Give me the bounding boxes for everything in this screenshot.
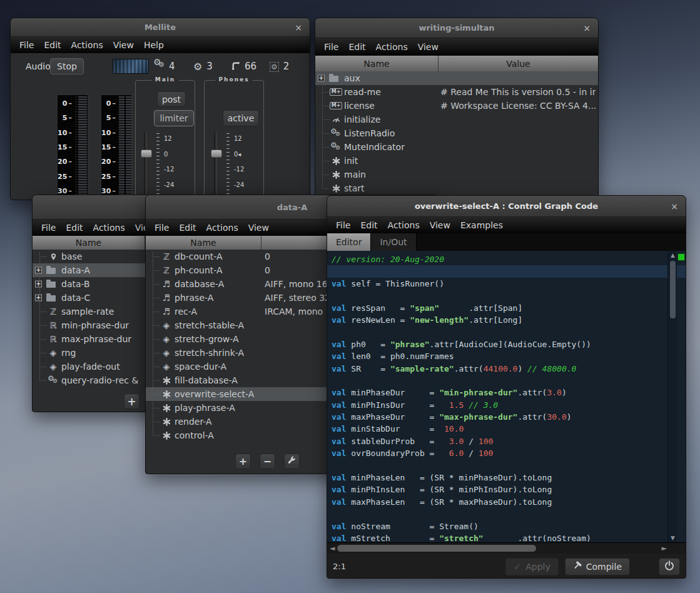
menu-file[interactable]: File (319, 42, 343, 52)
tree-row-aux[interactable]: +aux (315, 71, 598, 85)
scroll-right-icon[interactable]: ► (662, 544, 667, 552)
level-meter-right: 051015202530 (101, 94, 132, 200)
tree-row-init[interactable]: init (315, 154, 598, 168)
edit-button[interactable] (284, 454, 300, 469)
compile-button[interactable]: Compile (565, 558, 630, 575)
tree-row-ListenRadio[interactable]: ⚙⚙ListenRadio (315, 126, 598, 140)
menu-view[interactable]: View (425, 220, 455, 230)
code-line[interactable]: val minPhInsLen = (SR * minPhInsDur).toL… (327, 484, 686, 495)
stop-button[interactable]: Stop (50, 58, 84, 74)
code-line[interactable]: val minPhaseDur = "min-phrase-dur".attr(… (327, 387, 686, 398)
code-line[interactable]: val len0 = ph0.numFrames (327, 350, 686, 362)
menu-actions[interactable]: Actions (88, 223, 130, 233)
scroll-down-icon[interactable]: ▼ (668, 535, 677, 541)
menu-actions[interactable]: Actions (383, 220, 425, 230)
menu-edit[interactable]: Edit (39, 40, 66, 50)
vertical-scrollbar[interactable]: ▲ ▼ (667, 251, 677, 542)
main-fader[interactable]: 120-12-24 (141, 132, 191, 200)
code-line[interactable]: val SR = "sample-rate".attr(44100.0) // … (327, 363, 686, 375)
code-token: val (332, 424, 346, 433)
tree-row-read-me[interactable]: M+read-me# Read Me This is version 0.5 -… (315, 85, 598, 99)
menu-view[interactable]: View (243, 223, 274, 233)
expander-icon[interactable]: + (35, 295, 42, 302)
remove-button[interactable]: − (260, 454, 275, 469)
tree-row-main[interactable]: main (315, 168, 598, 181)
scrollbar-thumb[interactable] (670, 261, 676, 318)
code-token: stableDurProb = (346, 437, 449, 446)
code-line[interactable]: val minStabDur = 10.0 (327, 423, 686, 435)
code-line[interactable]: val stableDurProb = 3.0 / 100 (327, 435, 686, 447)
column-header-name[interactable]: Name (33, 236, 145, 250)
menu-actions[interactable]: Actions (66, 40, 108, 50)
expander-icon[interactable]: + (35, 267, 42, 274)
tree-row-license[interactable]: M+license# Workspace License: CC BY-SA 4… (315, 99, 598, 113)
menu-file[interactable]: File (36, 223, 61, 233)
code-line[interactable]: val minPhaseLen = (SR * minPhaseDur).toL… (327, 472, 686, 484)
column-header-name[interactable]: Name (315, 56, 439, 71)
expander-icon[interactable]: + (318, 75, 325, 82)
code-line[interactable]: val mStretch = "stretch" .attr(noStream) (327, 532, 686, 542)
code-line[interactable] (327, 460, 686, 472)
apply-button[interactable]: ✓ Apply (505, 558, 559, 575)
expander-icon[interactable]: + (35, 281, 42, 288)
menu-actions[interactable]: Actions (371, 42, 413, 52)
tree-row-MuteIndicator[interactable]: ⚙⚙MuteIndicator (315, 140, 598, 154)
code-line[interactable]: val ovrBoundaryProb = 6.0 / 100 (327, 447, 686, 459)
scrollbar-thumb[interactable] (337, 545, 536, 552)
tree-row-start[interactable]: start (315, 181, 598, 195)
close-icon[interactable]: × (295, 23, 302, 33)
code-line[interactable]: val resSpan = "span" .attr[Span] (327, 302, 686, 314)
menu-edit[interactable]: Edit (355, 220, 382, 230)
code-line[interactable]: val maxPhaseDur = "max-phrase-dur".attr(… (327, 411, 686, 423)
column-header-value[interactable]: Value (439, 56, 598, 71)
code-line[interactable] (327, 375, 686, 387)
add-button[interactable]: + (124, 393, 139, 409)
menu-view[interactable]: View (108, 40, 139, 50)
code-line[interactable]: val self = ThisRunner() (327, 278, 686, 290)
titlebar[interactable]: writing-simultan × (315, 18, 598, 38)
tab-in-out[interactable]: In/Out (371, 233, 416, 251)
menu-actions[interactable]: Actions (201, 223, 243, 233)
menu-view[interactable]: View (413, 42, 444, 52)
menu-edit[interactable]: Edit (61, 223, 88, 233)
tab-editor[interactable]: Editor (327, 233, 371, 251)
code-line[interactable] (327, 265, 686, 277)
titlebar[interactable]: Mellite × (11, 18, 310, 37)
menu-file[interactable]: File (331, 220, 355, 230)
code-editor[interactable]: // version: 20-Aug-2020val self = ThisRu… (327, 251, 686, 542)
titlebar[interactable]: overwrite-select-A : Control Graph Code … (327, 196, 686, 217)
close-icon[interactable]: × (671, 201, 678, 211)
menu-edit[interactable]: Edit (343, 42, 370, 52)
active-button[interactable]: active (223, 110, 259, 126)
menu-edit[interactable]: Edit (174, 223, 201, 233)
code-line[interactable] (327, 326, 686, 338)
limiter-button[interactable]: limiter (154, 110, 194, 126)
phones-fader[interactable]: 120◂-12-24 (211, 132, 261, 200)
power-button[interactable] (659, 558, 680, 575)
note-icon: ♬ (161, 307, 172, 317)
code-token: minStabDur = (346, 424, 444, 433)
menu-examples[interactable]: Examples (455, 220, 508, 230)
scroll-up-icon[interactable]: ▲ (668, 252, 677, 258)
code-line[interactable]: val maxPhaseLen = (SR * maxPhaseDur).toL… (327, 496, 686, 508)
code-line[interactable]: val ph0 = "phrase".attr[AudioCue](AudioC… (327, 338, 686, 350)
add-button[interactable]: + (235, 454, 251, 469)
scroll-left-icon[interactable]: ◄ (330, 544, 335, 552)
fader-handle[interactable] (141, 150, 152, 158)
column-header-name[interactable]: Name (146, 236, 261, 250)
menu-file[interactable]: File (14, 40, 39, 50)
close-icon[interactable]: × (583, 23, 591, 33)
menu-file[interactable]: File (150, 223, 174, 233)
code-line[interactable]: val resNewLen = "new-length".attr[Long] (327, 314, 686, 326)
code-line[interactable] (327, 508, 686, 520)
fader-scale-label: 12 (234, 135, 242, 142)
tree-row-initialize[interactable]: initialize (315, 113, 598, 126)
code-line[interactable] (327, 290, 686, 302)
horizontal-scrollbar[interactable]: ◄ ► (327, 542, 686, 554)
post-button[interactable]: post (157, 91, 186, 107)
code-line[interactable]: val minPhInsDur = 1.5 // 3.0 (327, 399, 686, 411)
code-line[interactable]: val noStream = Stream() (327, 520, 686, 532)
menu-help[interactable]: Help (139, 40, 169, 50)
fader-handle[interactable] (211, 150, 222, 158)
code-line[interactable]: // version: 20-Aug-2020 (327, 253, 686, 265)
